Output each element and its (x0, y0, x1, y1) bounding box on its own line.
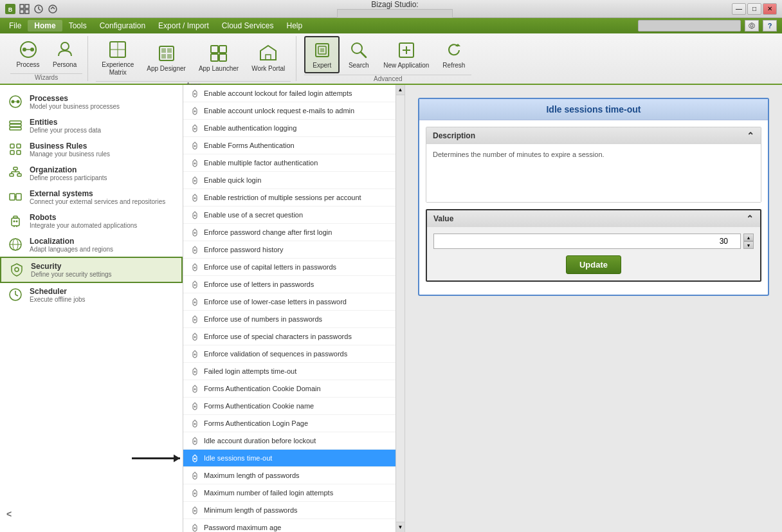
sidebar-item-localization[interactable]: Localization Adapt languages and regions (0, 233, 183, 257)
list-item[interactable]: Enable Forms Authentication (183, 137, 396, 154)
description-header[interactable]: Description ⌃ (426, 127, 761, 144)
list-item-label: Enable authentication logging (204, 124, 296, 132)
menu-gear-button[interactable] (745, 20, 759, 32)
list-item[interactable]: Enable restriction of multiple sessions … (183, 189, 396, 206)
svg-rect-5 (25, 10, 29, 14)
new-application-button[interactable]: New Application (377, 37, 435, 73)
list-item[interactable]: Enforce validation of sequences in passw… (183, 345, 396, 363)
svg-rect-26 (211, 54, 218, 61)
sidebar-item-robots[interactable]: Robots Integrate your automated applicat… (0, 209, 183, 233)
list-item[interactable]: Enforce use of special characters in pas… (183, 328, 396, 345)
list-item[interactable]: Maximum number of failed login attempts (183, 484, 396, 502)
sidebar-item-security[interactable]: Security Define your security settings (0, 257, 183, 283)
svg-rect-4 (20, 10, 24, 14)
list-item[interactable]: Enable quick login (183, 172, 396, 189)
expert-button[interactable]: Expert (304, 36, 340, 73)
list-item-icon (190, 227, 200, 237)
svg-rect-44 (10, 124, 21, 127)
close-button[interactable]: ✕ (763, 3, 777, 15)
minimize-button[interactable]: — (732, 3, 746, 15)
refresh-button[interactable]: Refresh (436, 37, 471, 73)
update-button[interactable]: Update (566, 255, 621, 274)
scheduler-icon (8, 287, 23, 302)
list-item[interactable]: Forms Authentication Cookie name (183, 398, 396, 415)
menu-tools[interactable]: Tools (62, 20, 93, 32)
title-bar-controls[interactable]: — □ ✕ (732, 3, 777, 15)
list-item[interactable]: Forms Authentication Login Page (183, 415, 396, 432)
menu-file[interactable]: File (3, 20, 28, 32)
list-item[interactable]: Minimum length of passwords (183, 502, 396, 519)
list-item[interactable]: Enable account lockout for failed login … (183, 85, 396, 102)
robots-icon (8, 213, 23, 228)
search-bar[interactable] (638, 20, 741, 32)
list-item-icon (190, 349, 200, 359)
expert-label: Expert (313, 62, 331, 69)
value-header[interactable]: Value ⌃ (427, 210, 760, 227)
toolbar-icon-sm2 (33, 4, 44, 14)
work-portal-button[interactable]: Work Portal (246, 40, 291, 76)
persona-button[interactable]: Persona (47, 36, 82, 72)
list-item-icon (190, 331, 200, 342)
description-text: Determines the number of minutes to expi… (433, 151, 605, 158)
list-item[interactable]: Enable account unlock request e-mails to… (183, 102, 396, 120)
sidebar-item-processes[interactable]: Processes Model your business processes (0, 90, 183, 114)
list-item[interactable]: Enforce password change after first logi… (183, 224, 396, 241)
list-item[interactable]: Enforce use of numbers in passwords (183, 311, 396, 328)
app-launcher-button[interactable]: App Launcher (193, 40, 244, 76)
sidebar-item-organization[interactable]: Organization Define process participants (0, 161, 183, 185)
list-item[interactable]: Enable authentication logging (183, 120, 396, 137)
list-item-icon (190, 88, 200, 98)
menu-home[interactable]: Home (28, 20, 62, 32)
app-designer-button[interactable]: App Designer (141, 40, 192, 76)
list-item-label: Enforce use of numbers in passwords (204, 315, 322, 323)
spin-down-button[interactable]: ▼ (743, 241, 754, 249)
list-item-label: Maximum length of passwords (204, 472, 300, 479)
list-item[interactable]: Enforce password history (183, 241, 396, 259)
list-item[interactable]: Failed login attempts time-out (183, 363, 396, 380)
list-item[interactable]: Enforce use of capital letters in passwo… (183, 259, 396, 276)
list-item-label: Enforce use of letters in passwords (204, 280, 314, 288)
svg-point-12 (23, 48, 26, 51)
menu-cloud-services[interactable]: Cloud Services (215, 20, 280, 32)
panel-card-title: Idle sessions time-out (419, 99, 768, 120)
list-item-icon (190, 210, 200, 220)
list-item[interactable]: Enforce use of lower-case letters in pas… (183, 293, 396, 311)
list-item-label: Enable account lockout for failed login … (204, 89, 352, 97)
svg-line-34 (361, 52, 366, 57)
search-button[interactable]: Search (341, 37, 376, 73)
scroll-up-button[interactable]: ▲ (396, 85, 405, 95)
localization-desc: Adapt languages and regions (30, 246, 175, 253)
sidebar-collapse-button[interactable]: < (6, 509, 12, 519)
svg-point-15 (61, 42, 69, 50)
list-item[interactable]: Forms Authentication Cookie Domain (183, 380, 396, 398)
sidebar-item-scheduler[interactable]: Scheduler Execute offline jobs (0, 283, 183, 307)
scrollbar[interactable]: ▲ ▼ (396, 85, 405, 532)
sidebar-item-entities[interactable]: Entities Define your process data (0, 114, 183, 138)
sidebar-item-business-rules[interactable]: Business Rules Manage your business rule… (0, 138, 183, 161)
menu-help[interactable]: Help (280, 20, 309, 32)
sidebar-item-external-systems[interactable]: External systems Connect your external s… (0, 185, 183, 209)
list-item[interactable]: Enforce use of letters in passwords (183, 276, 396, 293)
list-item-icon (190, 105, 200, 116)
spin-up-button[interactable]: ▲ (743, 234, 754, 241)
restore-button[interactable]: □ (747, 3, 761, 15)
list-item[interactable]: Maximum length of passwords (183, 467, 396, 484)
list-item[interactable]: Idle sessions time-out (183, 450, 396, 467)
list-item-label: Enable use of a secret question (204, 211, 303, 219)
svg-point-84 (194, 284, 196, 286)
process-button[interactable]: Process (10, 36, 46, 72)
scheduler-text: Scheduler Execute offline jobs (30, 287, 175, 303)
scroll-down-button[interactable]: ▼ (396, 522, 405, 532)
list-item[interactable]: Enable use of a secret question (183, 206, 396, 224)
menu-configuration[interactable]: Configuration (93, 20, 152, 32)
list-item-icon (190, 418, 200, 428)
scheduler-desc: Execute offline jobs (30, 296, 175, 303)
value-input[interactable] (433, 234, 741, 249)
menu-help-button[interactable]: ? (763, 20, 777, 32)
list-item[interactable]: Idle account duration before lockout (183, 432, 396, 450)
list-item[interactable]: Enable multiple factor authentication (183, 154, 396, 172)
toolbar-icon-sm (19, 4, 30, 14)
experience-matrix-button[interactable]: ExperienceMatrix (96, 36, 140, 80)
list-item[interactable]: Password maximum age (183, 519, 396, 532)
menu-export-import[interactable]: Export / Import (152, 20, 215, 32)
